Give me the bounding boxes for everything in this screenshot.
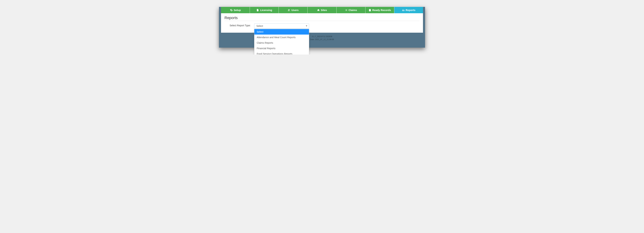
chevron-down-icon — [306, 26, 307, 27]
nav-tabs: SetupLicensingUsersSitesClaimsReady Reco… — [221, 7, 423, 13]
report-type-row: Select Report Type: Select SelectAttenda… — [224, 23, 420, 29]
report-type-select-value: Select — [256, 25, 263, 27]
house-icon — [317, 9, 320, 12]
nav-label: Users — [292, 9, 299, 12]
dropdown-option[interactable]: Food Service Operations Reports — [254, 51, 309, 55]
nav-label: Sites — [321, 9, 327, 12]
nav-label: Reports — [406, 9, 416, 12]
nav-setup[interactable]: Setup — [221, 7, 250, 13]
nav-licensing[interactable]: Licensing — [250, 7, 279, 13]
chart-icon — [402, 9, 404, 12]
app-window: SetupLicensingUsersSitesClaimsReady Reco… — [219, 7, 425, 48]
footer-version: 3.1.7_20210712.202836 — [219, 35, 425, 38]
page-title: Reports — [224, 16, 420, 21]
nav-claims[interactable]: Claims — [336, 7, 366, 13]
report-type-dropdown: SelectAttendance and Meal Count ReportsC… — [254, 29, 309, 55]
report-type-select[interactable]: Select — [254, 23, 309, 29]
file-icon — [256, 9, 259, 12]
nav-label: Licensing — [260, 9, 272, 12]
nav-label: Ready Records — [372, 9, 391, 12]
gears-icon — [230, 9, 233, 12]
nav-reports[interactable]: Reports — [394, 7, 423, 13]
main-panel: SetupLicensingUsersSitesClaimsReady Reco… — [221, 7, 423, 33]
footer-date: Date: 2021_07_12_21:08:09 — [219, 38, 425, 41]
report-type-label: Select Report Type: — [230, 23, 251, 27]
nav-sites[interactable]: Sites — [308, 7, 336, 13]
clipboard-icon — [368, 9, 371, 12]
dropdown-option[interactable]: Financial Reports — [254, 46, 309, 51]
report-type-select-wrap: Select SelectAttendance and Meal Count R… — [254, 23, 309, 29]
list-icon — [345, 9, 348, 12]
dropdown-option[interactable]: Attendance and Meal Count Reports — [254, 35, 309, 40]
dropdown-option[interactable]: Select — [254, 29, 309, 35]
users-icon — [288, 9, 290, 12]
nav-users[interactable]: Users — [279, 7, 308, 13]
nav-ready-records[interactable]: Ready Records — [366, 7, 394, 13]
dropdown-option[interactable]: Claims Reports — [254, 40, 309, 46]
nav-label: Claims — [348, 9, 357, 12]
content-area: Reports Select Report Type: Select Selec… — [221, 13, 423, 33]
footer-info: 3.1.7_20210712.202836 Date: 2021_07_12_2… — [219, 33, 425, 41]
nav-label: Setup — [234, 9, 241, 12]
